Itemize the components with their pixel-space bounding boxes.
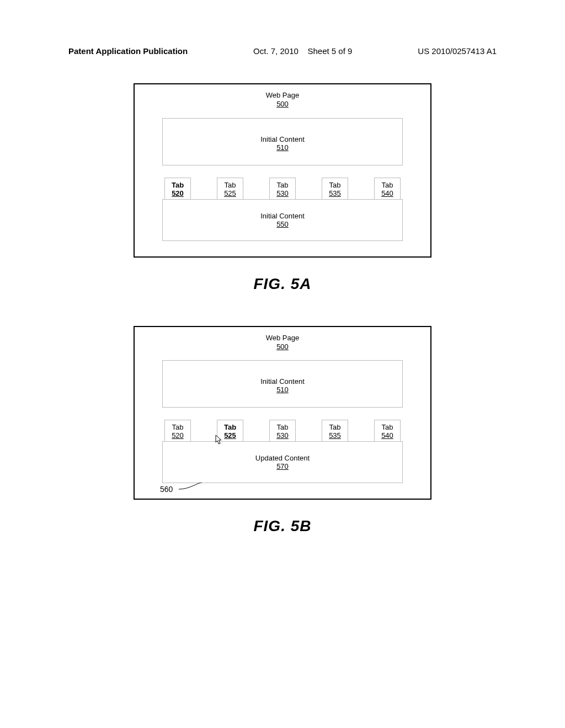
- leader-line-icon: [179, 483, 203, 498]
- initial-content-550: Initial Content 550: [162, 199, 403, 241]
- tab-520[interactable]: Tab 520: [164, 420, 191, 441]
- webpage-label: Web Page: [162, 91, 403, 100]
- figure-caption-5a: FIG. 5A: [66, 275, 499, 293]
- webpage-title-a: Web Page 500: [162, 91, 403, 109]
- bottom-content-refnum: 570: [163, 462, 402, 470]
- tab-label: Tab: [169, 181, 186, 189]
- cursor-refnum-560: 560: [160, 485, 173, 494]
- tab-refnum: 535: [327, 189, 343, 197]
- initial-content-box-a: Initial Content 510: [162, 118, 403, 165]
- webpage-label: Web Page: [162, 334, 403, 342]
- tab-label: Tab: [169, 423, 186, 431]
- tab-label: Tab: [379, 423, 396, 431]
- tab-535[interactable]: Tab 535: [322, 178, 348, 199]
- initial-content-label: Initial Content: [163, 135, 402, 143]
- page-header: Patent Application Publication Oct. 7, 2…: [66, 46, 499, 56]
- tab-540[interactable]: Tab 540: [374, 420, 401, 441]
- tab-540[interactable]: Tab 540: [374, 178, 401, 199]
- header-publication: Patent Application Publication: [68, 46, 188, 56]
- updated-content-570: Updated Content 570: [162, 441, 403, 483]
- bottom-content-label: Initial Content: [163, 212, 402, 220]
- bottom-content-refnum: 550: [163, 220, 402, 228]
- figure-caption-5b: FIG. 5B: [66, 517, 499, 535]
- webpage-title-b: Web Page 500: [162, 334, 403, 352]
- header-date: Oct. 7, 2010: [253, 46, 299, 56]
- header-sheet: Sheet 5 of 9: [307, 46, 352, 56]
- tabs-row-b: Tab 520 Tab 525 Tab 530 Tab 535 Tab 540: [162, 420, 403, 441]
- figure-5a: Web Page 500 Initial Content 510 Tab 520…: [134, 83, 431, 258]
- header-pubno: US 2010/0257413 A1: [418, 46, 497, 56]
- initial-content-refnum: 510: [163, 386, 402, 394]
- figure-5b: Web Page 500 Initial Content 510 Tab 520…: [134, 326, 431, 500]
- bottom-content-label: Updated Content: [163, 454, 402, 462]
- tab-refnum: 530: [274, 431, 291, 440]
- tab-refnum: 530: [274, 189, 291, 197]
- tab-520[interactable]: Tab 520: [164, 178, 191, 199]
- tab-refnum: 520: [169, 189, 186, 197]
- tab-refnum: 540: [379, 189, 396, 197]
- tab-refnum: 540: [379, 431, 396, 440]
- tab-530[interactable]: Tab 530: [269, 420, 296, 441]
- tab-label: Tab: [222, 181, 238, 189]
- tab-refnum: 520: [169, 431, 186, 440]
- header-date-sheet: Oct. 7, 2010 Sheet 5 of 9: [253, 46, 352, 56]
- tab-label: Tab: [327, 423, 343, 431]
- tab-525[interactable]: Tab 525: [217, 178, 243, 199]
- initial-content-refnum: 510: [163, 143, 402, 152]
- tab-refnum: 535: [327, 431, 343, 440]
- tab-refnum: 525: [222, 431, 238, 440]
- tab-label: Tab: [379, 181, 396, 189]
- initial-content-label: Initial Content: [163, 377, 402, 386]
- tab-525[interactable]: Tab 525: [217, 420, 243, 441]
- tab-refnum: 525: [222, 189, 238, 197]
- webpage-refnum: 500: [162, 342, 403, 351]
- tab-label: Tab: [327, 181, 343, 189]
- tab-535[interactable]: Tab 535: [322, 420, 348, 441]
- webpage-refnum: 500: [162, 100, 403, 109]
- tabs-row-a: Tab 520 Tab 525 Tab 530 Tab 535 Tab 540: [162, 178, 403, 199]
- tab-label: Tab: [274, 181, 291, 189]
- tab-label: Tab: [222, 423, 238, 431]
- tab-530[interactable]: Tab 530: [269, 178, 296, 199]
- initial-content-box-b: Initial Content 510: [162, 360, 403, 408]
- tab-label: Tab: [274, 423, 291, 431]
